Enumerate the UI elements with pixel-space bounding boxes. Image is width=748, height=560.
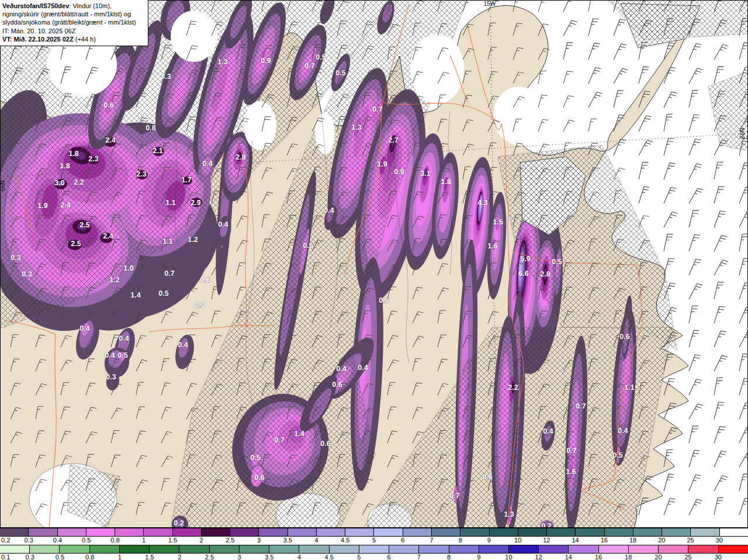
scale-tick-label: 10 bbox=[505, 554, 512, 560]
precip-value-label: 1.3 bbox=[351, 123, 361, 132]
scale-cell bbox=[0, 545, 30, 553]
precip-value-label: 0.7 bbox=[372, 105, 382, 113]
precip-value-label: 0.7 bbox=[274, 436, 284, 444]
scale-tick-label: 1.5 bbox=[145, 554, 154, 560]
scale-cell bbox=[633, 528, 662, 536]
precip-value-label: 1.6 bbox=[487, 242, 497, 250]
scale-tick-label: 8 bbox=[459, 537, 462, 544]
scale-tick-label: 9 bbox=[487, 537, 491, 544]
scale-tick-label: 1 bbox=[118, 554, 122, 560]
scale-cell bbox=[509, 545, 539, 553]
scale-cell bbox=[173, 528, 202, 536]
scale-cell bbox=[30, 545, 60, 553]
precip-value-label: 0.6 bbox=[320, 440, 330, 448]
precip-value-label: 0.5 bbox=[158, 289, 168, 298]
precip-value-label: 0.4 bbox=[618, 427, 628, 435]
sleet-scale-labels: 0.20.30.40.50.811.522.533.544.5567891012… bbox=[0, 537, 748, 545]
precip-value-label: 1.8 bbox=[68, 150, 78, 158]
scale-cell bbox=[374, 528, 403, 536]
precip-value-label: 0.3 bbox=[106, 373, 116, 381]
scale-cell bbox=[389, 545, 419, 553]
scale-cell bbox=[720, 528, 748, 536]
precip-value-label: 0.4 bbox=[336, 365, 346, 373]
precip-value-label: 1.6 bbox=[566, 468, 576, 476]
precip-value-label: 0.3 bbox=[22, 270, 32, 278]
title-line-4: IT: Mán. 20. 10. 2025 06Z bbox=[2, 27, 145, 35]
scale-tick-label: 30 bbox=[716, 537, 723, 544]
precip-value-label: 0.8 bbox=[146, 124, 155, 132]
title-line-2: rigning/skúrir (grænt/blátt/rautt - mm/1… bbox=[2, 10, 145, 18]
scale-tick-label: 14 bbox=[565, 554, 572, 560]
scale-cell bbox=[150, 545, 179, 553]
precip-value-label: 2.5 bbox=[79, 221, 89, 229]
scale-tick-label: 0.8 bbox=[85, 554, 94, 560]
precip-value-label: 0.4 bbox=[119, 334, 129, 343]
precip-value-label: 2.9 bbox=[191, 199, 200, 207]
scale-cell bbox=[210, 545, 240, 553]
precip-value-label: 0.4 bbox=[79, 324, 89, 333]
scale-tick-label: 4.5 bbox=[325, 554, 334, 560]
precip-value-label: 0.5 bbox=[552, 258, 562, 266]
scale-cell bbox=[490, 528, 518, 536]
scale-cell bbox=[662, 528, 691, 536]
precip-value-label: 1.1 bbox=[165, 199, 175, 207]
scale-cell bbox=[688, 545, 718, 553]
precip-value-label: 0.7 bbox=[449, 492, 459, 500]
scale-cell bbox=[605, 528, 633, 536]
precip-value-label: 3.1 bbox=[420, 170, 430, 178]
scale-cell bbox=[629, 545, 659, 553]
precip-value-label: 2.8 bbox=[540, 270, 550, 278]
scale-cell bbox=[359, 545, 389, 553]
precip-value-label: 2.1 bbox=[153, 147, 162, 155]
precip-value-label: 2.8 bbox=[236, 153, 245, 161]
precip-value-label: 2.4 bbox=[103, 232, 113, 240]
precip-value-label: 0.5 bbox=[303, 241, 313, 250]
precip-value-label: 0.4 bbox=[358, 364, 368, 372]
scale-tick-label: 30 bbox=[715, 554, 722, 560]
scale-tick-label: 0.5 bbox=[82, 537, 91, 544]
map-canvas: 15W66N66N 1.30.90.70.50.50.30.60.71.32.7… bbox=[0, 0, 748, 528]
scale-tick-label: 25 bbox=[687, 537, 694, 544]
precip-value-label: 1.5 bbox=[493, 218, 503, 226]
precip-value-label: 1.2 bbox=[109, 276, 119, 284]
scale-cell bbox=[345, 528, 374, 536]
scale-cell bbox=[659, 545, 688, 553]
scale-tick-label: 0.1 bbox=[1, 554, 10, 560]
precip-value-label: 1.2 bbox=[188, 236, 198, 244]
scale-tick-label: 14 bbox=[572, 537, 579, 544]
scale-tick-label: 20 bbox=[654, 554, 662, 560]
scale-tick-label: 4 bbox=[297, 554, 301, 560]
precip-value-label: 0.5 bbox=[335, 69, 345, 77]
scale-cell bbox=[202, 528, 230, 536]
precip-value-label: 1.4 bbox=[294, 430, 304, 438]
precip-value-label: 0.5 bbox=[117, 351, 127, 359]
precip-value-label: 0.4 bbox=[324, 206, 334, 215]
precip-value-label: 0.9 bbox=[394, 168, 404, 176]
sleet-scale-bar bbox=[0, 528, 748, 537]
scale-cell bbox=[29, 528, 57, 536]
precip-value-label: 0.3 bbox=[11, 254, 20, 262]
scale-cell bbox=[539, 545, 569, 553]
precip-value-label: 0.7 bbox=[304, 62, 314, 70]
scale-cell bbox=[90, 545, 120, 553]
scale-cell bbox=[269, 545, 299, 553]
precip-value-label: 6.6 bbox=[518, 269, 528, 278]
title-line-5: VT: Mið. 22.10.2025 02Z (+44 h) bbox=[2, 35, 145, 43]
precip-value-label: 0.5 bbox=[379, 296, 389, 305]
scale-tick-label: 2.5 bbox=[226, 537, 234, 544]
precip-value-label: 2.3 bbox=[88, 155, 98, 163]
scale-tick-label: 0.5 bbox=[56, 554, 64, 560]
scale-cell bbox=[86, 528, 115, 536]
precip-value-label: 0.4 bbox=[105, 351, 115, 359]
scale-cell bbox=[691, 528, 719, 536]
scale-cell bbox=[599, 545, 629, 553]
scale-tick-label: 16 bbox=[595, 554, 602, 560]
scale-tick-label: 0.4 bbox=[53, 537, 62, 544]
scale-cell bbox=[115, 528, 144, 536]
precip-value-label: 0.6 bbox=[482, 473, 492, 481]
scale-tick-label: 0.2 bbox=[1, 537, 10, 544]
precip-value-label: 1.0 bbox=[123, 264, 133, 272]
graticule-label: 15W bbox=[484, 1, 496, 7]
title-line-3: slydda/snjókoma (grátt/bleikt/grænt - mm… bbox=[2, 18, 145, 26]
scale-cell bbox=[0, 528, 29, 536]
